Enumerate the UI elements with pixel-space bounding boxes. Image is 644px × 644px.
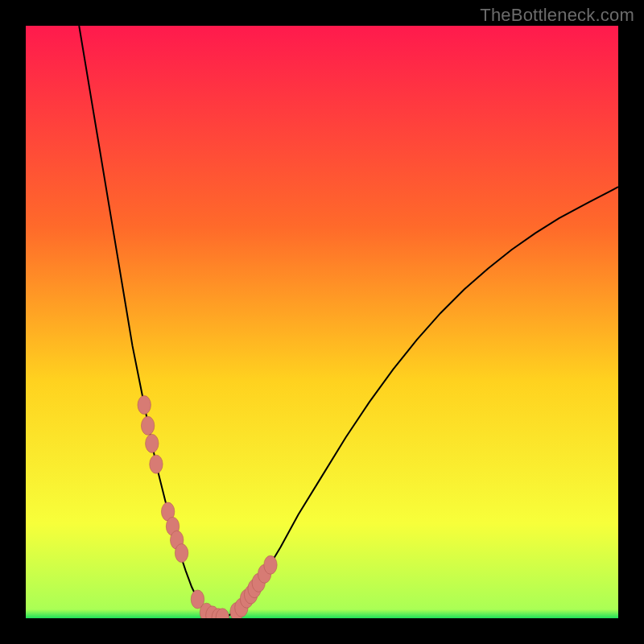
marker-point (141, 416, 154, 435)
chart-plot (26, 26, 618, 618)
watermark-text: TheBottleneck.com (480, 5, 634, 26)
marker-point (175, 544, 188, 563)
chart-frame: TheBottleneck.com (0, 0, 644, 644)
marker-point (146, 434, 159, 452)
marker-point (264, 555, 277, 574)
marker-point (150, 455, 163, 473)
marker-point (138, 396, 151, 415)
gradient-background (26, 26, 618, 618)
